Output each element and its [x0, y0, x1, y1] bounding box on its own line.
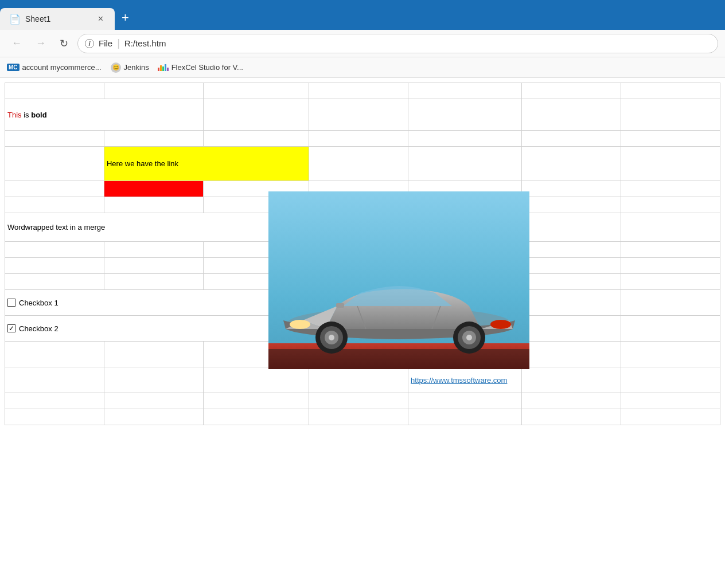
cell-f8 [522, 242, 621, 258]
cell-c14 [203, 367, 309, 393]
cell-g8 [621, 242, 720, 258]
hyperlink-url-cell[interactable]: https://www.tmssoftware.com [408, 367, 522, 393]
checkbox1-container: Checkbox 1 [7, 299, 306, 307]
cell-g12 [621, 316, 720, 342]
wordwrap-text: Wordwrapped text in a merge [7, 223, 105, 232]
cell-a3 [5, 131, 104, 147]
link-cell: Here we have the link [104, 147, 309, 181]
table-row [5, 393, 720, 409]
tab-file-icon: 📄 [9, 14, 21, 25]
cell-f14 [522, 367, 621, 393]
cell-g13 [621, 342, 720, 367]
checkbox1-cell: Checkbox 1 [5, 290, 309, 316]
new-tab-button[interactable]: + [115, 8, 136, 28]
cell-f4 [522, 147, 621, 181]
cell-g6 [621, 197, 720, 213]
cell-b3 [104, 131, 203, 147]
cell-f5 [522, 181, 621, 197]
cell-g11 [621, 290, 720, 316]
cell-f15 [522, 393, 621, 409]
checkbox2-cell: ✓ Checkbox 2 [5, 316, 309, 342]
info-icon: i [85, 39, 94, 48]
link-cell-text: Here we have the link [107, 159, 178, 168]
cell-e1 [408, 83, 522, 99]
red-cell [104, 181, 203, 197]
cell-e4 [408, 147, 522, 181]
cell-e16 [408, 409, 522, 425]
address-file-label: File [99, 38, 112, 48]
cell-f1 [522, 83, 621, 99]
bold-text-this: This [7, 111, 22, 119]
cell-c1 [203, 83, 309, 99]
bookmark-mc[interactable]: MC account mycommerce... [7, 63, 102, 72]
cell-f9 [522, 258, 621, 274]
bold-text-connector: is [22, 111, 32, 119]
bookmark-flexcel[interactable]: FlexCel Studio for V... [158, 62, 243, 73]
svg-point-5 [490, 320, 511, 329]
cell-a16 [5, 409, 104, 425]
cell-g1 [621, 83, 720, 99]
cell-g9 [621, 258, 720, 274]
bookmark-jenkins[interactable]: 😊 Jenkins [111, 62, 149, 73]
tab-close-button[interactable]: × [96, 13, 106, 25]
checkbox2-box[interactable]: ✓ [7, 324, 15, 332]
bold-text-bold: bold [31, 111, 46, 119]
cell-f12 [522, 316, 621, 342]
cell-f13 [522, 342, 621, 367]
bookmark-mc-label: account mycommerce... [22, 63, 102, 72]
svg-point-9 [329, 335, 334, 340]
hyperlink-url[interactable]: https://www.tmssoftware.com [411, 376, 507, 385]
cell-g15 [621, 393, 720, 409]
forward-button[interactable]: → [31, 35, 50, 52]
back-button[interactable]: ← [7, 35, 26, 52]
browser-window: 📄 Sheet1 × + ← → ↻ i File | R:/test.htm … [0, 0, 725, 588]
address-bar[interactable]: i File | R:/test.htm [77, 34, 718, 53]
cell-f11 [522, 290, 621, 316]
cell-c2 [203, 99, 309, 131]
cell-a13 [5, 342, 104, 367]
cell-d2 [309, 99, 408, 131]
address-url: R:/test.htm [124, 38, 166, 48]
cell-d1 [309, 83, 408, 99]
cell-d4 [309, 147, 408, 181]
wordwrap-cell: Wordwrapped text in a merge [5, 213, 309, 242]
table-row: https://www.tmssoftware.com [5, 367, 720, 393]
table-row: Here we have the link [5, 147, 720, 181]
cell-c3 [203, 131, 309, 147]
cell-a1 [5, 83, 104, 99]
cell-a6 [5, 197, 104, 213]
cell-f16 [522, 409, 621, 425]
cell-g3 [621, 131, 720, 147]
checkbox1-box[interactable] [7, 299, 15, 307]
svg-point-13 [466, 335, 472, 340]
address-divider: | [117, 37, 120, 49]
cell-b14 [104, 367, 203, 393]
tab-label: Sheet1 [25, 14, 91, 23]
flexcel-icon [158, 62, 169, 73]
cell-f2 [522, 99, 621, 131]
cell-g10 [621, 274, 720, 290]
svg-rect-14 [336, 303, 344, 308]
active-tab[interactable]: 📄 Sheet1 × [0, 8, 115, 30]
tab-bar: 📄 Sheet1 × + [0, 0, 725, 30]
svg-rect-2 [268, 349, 529, 369]
spreadsheet-wrapper: This is bold [5, 83, 720, 425]
cell-a4 [5, 147, 104, 181]
checkbox2-container: ✓ Checkbox 2 [7, 324, 306, 333]
jenkins-icon: 😊 [111, 62, 121, 73]
cell-a14 [5, 367, 104, 393]
cell-a9 [5, 258, 104, 274]
cell-g2 [621, 99, 720, 131]
bold-text-cell: This is bold [5, 99, 204, 131]
cell-b16 [104, 409, 203, 425]
table-row [5, 83, 720, 99]
table-row [5, 409, 720, 425]
nav-bar: ← → ↻ i File | R:/test.htm [0, 30, 725, 57]
cell-b1 [104, 83, 203, 99]
reload-button[interactable]: ↻ [55, 35, 73, 52]
cell-d3 [309, 131, 408, 147]
cell-d14 [309, 367, 408, 393]
cell-a8 [5, 242, 104, 258]
cell-b13 [104, 342, 203, 367]
cell-a10 [5, 274, 104, 290]
